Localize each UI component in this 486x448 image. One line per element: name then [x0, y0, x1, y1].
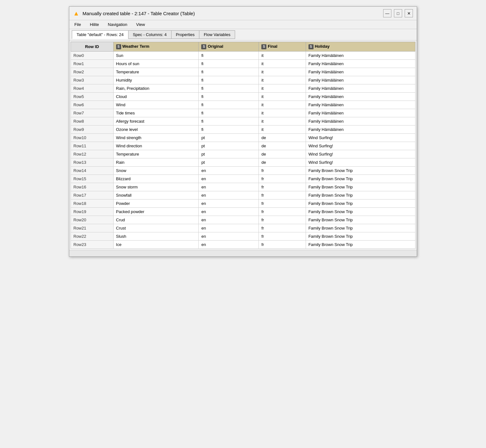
cell-rowid: Row16 — [71, 183, 114, 191]
tab-properties[interactable]: Properties — [171, 30, 199, 39]
cell-final: it — [259, 93, 306, 101]
title-bar-left: ▲ Manually created table - 2:147 - Table… — [73, 10, 195, 17]
table-row: Row1Hours of sunfiitFamily Hämäläinen — [71, 60, 415, 68]
type-icon-weather: S — [116, 44, 121, 49]
maximize-button[interactable]: □ — [394, 9, 402, 17]
cell-rowid: Row8 — [71, 117, 114, 126]
table-row: Row14SnowenfrFamily Brown Snow Trip — [71, 167, 415, 175]
cell-original: en — [199, 241, 259, 249]
table-row: Row23IceenfrFamily Brown Snow Trip — [71, 241, 415, 249]
cell-rowid: Row21 — [71, 224, 114, 232]
cell-final: de — [259, 150, 306, 158]
tab-default[interactable]: Table "default" - Rows: 24 — [72, 30, 128, 39]
type-icon-original: S — [201, 44, 206, 49]
cell-original: fi — [199, 101, 259, 109]
cell-weather-term: Cloud — [113, 93, 199, 101]
cell-original: en — [199, 183, 259, 191]
cell-weather-term: Humidity — [113, 76, 199, 84]
cell-final: it — [259, 52, 306, 60]
cell-original: pt — [199, 150, 259, 158]
tab-bar: Table "default" - Rows: 24 Spec - Column… — [69, 29, 417, 40]
cell-holiday: Wind Surfing! — [306, 150, 415, 158]
col-header-weather-term[interactable]: SWeather Term — [113, 42, 199, 52]
col-header-final[interactable]: SFinal — [259, 42, 306, 52]
cell-weather-term: Blizzard — [113, 175, 199, 183]
cell-original: pt — [199, 158, 259, 167]
table-row: Row6WindfiitFamily Hämäläinen — [71, 101, 415, 109]
cell-rowid: Row10 — [71, 134, 114, 142]
cell-rowid: Row11 — [71, 142, 114, 150]
cell-weather-term: Crud — [113, 216, 199, 224]
cell-weather-term: Rain — [113, 158, 199, 167]
cell-original: fi — [199, 60, 259, 68]
col-header-rowid[interactable]: Row ID — [71, 42, 114, 52]
cell-weather-term: Wind direction — [113, 142, 199, 150]
cell-weather-term: Wind strength — [113, 134, 199, 142]
cell-rowid: Row9 — [71, 126, 114, 134]
title-bar: ▲ Manually created table - 2:147 - Table… — [69, 7, 417, 20]
cell-original: pt — [199, 134, 259, 142]
cell-final: fr — [259, 232, 306, 241]
cell-rowid: Row13 — [71, 158, 114, 167]
cell-holiday: Family Brown Snow Trip — [306, 183, 415, 191]
cell-rowid: Row12 — [71, 150, 114, 158]
cell-holiday: Family Brown Snow Trip — [306, 175, 415, 183]
table-row: Row16Snow stormenfrFamily Brown Snow Tri… — [71, 183, 415, 191]
cell-weather-term: Slush — [113, 232, 199, 241]
cell-original: fi — [199, 52, 259, 60]
menu-navigation[interactable]: Navigation — [107, 21, 128, 28]
cell-final: it — [259, 76, 306, 84]
tab-flow-variables[interactable]: Flow Variables — [199, 30, 235, 39]
menu-file[interactable]: File — [73, 21, 82, 28]
cell-weather-term: Snow — [113, 167, 199, 175]
table-header-row: Row ID SWeather Term SOriginal SFinal SH… — [71, 42, 415, 52]
table-row: Row22SlushenfrFamily Brown Snow Trip — [71, 232, 415, 241]
data-table: Row ID SWeather Term SOriginal SFinal SH… — [71, 42, 415, 249]
table-row: Row15BlizzardenfrFamily Brown Snow Trip — [71, 175, 415, 183]
cell-holiday: Family Hämäläinen — [306, 76, 415, 84]
cell-holiday: Family Hämäläinen — [306, 101, 415, 109]
minimize-button[interactable]: — — [383, 9, 391, 17]
cell-weather-term: Powder — [113, 199, 199, 208]
cell-rowid: Row23 — [71, 241, 114, 249]
cell-final: fr — [259, 191, 306, 199]
col-header-original[interactable]: SOriginal — [199, 42, 259, 52]
cell-holiday: Family Hämäläinen — [306, 93, 415, 101]
table-row: Row12TemperatureptdeWind Surfing! — [71, 150, 415, 158]
cell-holiday: Family Hämäläinen — [306, 68, 415, 76]
cell-original: en — [199, 175, 259, 183]
cell-rowid: Row18 — [71, 199, 114, 208]
tab-spec[interactable]: Spec - Columns: 4 — [128, 30, 171, 39]
cell-final: de — [259, 142, 306, 150]
table-row: Row5CloudfiitFamily Hämäläinen — [71, 93, 415, 101]
cell-original: en — [199, 232, 259, 241]
cell-holiday: Wind Surfing! — [306, 158, 415, 167]
table-row: Row11Wind directionptdeWind Surfing! — [71, 142, 415, 150]
cell-final: fr — [259, 208, 306, 216]
cell-holiday: Family Brown Snow Trip — [306, 191, 415, 199]
table-row: Row13RainptdeWind Surfing! — [71, 158, 415, 167]
cell-rowid: Row7 — [71, 109, 114, 117]
cell-weather-term: Wind — [113, 101, 199, 109]
cell-weather-term: Temperature — [113, 150, 199, 158]
cell-holiday: Family Hämäläinen — [306, 60, 415, 68]
table-row: Row18PowderenfrFamily Brown Snow Trip — [71, 199, 415, 208]
table-row: Row7Tide timesfiitFamily Hämäläinen — [71, 109, 415, 117]
cell-weather-term: Hours of sun — [113, 60, 199, 68]
cell-rowid: Row17 — [71, 191, 114, 199]
cell-weather-term: Snow storm — [113, 183, 199, 191]
menu-hilite[interactable]: Hilite — [89, 21, 100, 28]
cell-weather-term: Rain, Precipitation — [113, 84, 199, 93]
cell-rowid: Row1 — [71, 60, 114, 68]
cell-original: fi — [199, 93, 259, 101]
cell-final: it — [259, 68, 306, 76]
cell-original: en — [199, 167, 259, 175]
menu-view[interactable]: View — [135, 21, 146, 28]
table-row: Row2TemperaturefiitFamily Hämäläinen — [71, 68, 415, 76]
col-header-holiday[interactable]: SHoliday — [306, 42, 415, 52]
type-icon-final: S — [261, 44, 266, 49]
cell-final: it — [259, 126, 306, 134]
close-button[interactable]: ✕ — [405, 9, 413, 17]
window-controls: — □ ✕ — [383, 9, 413, 17]
cell-final: fr — [259, 241, 306, 249]
